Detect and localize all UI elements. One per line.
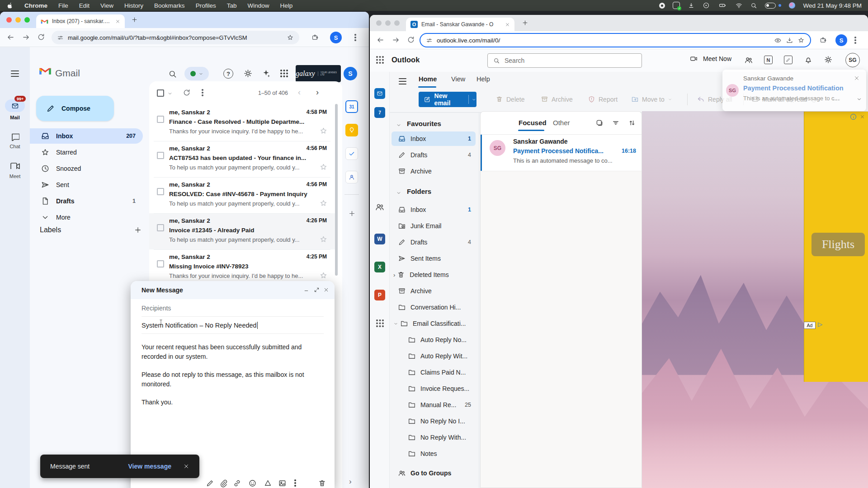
word-app-icon[interactable]: W xyxy=(374,234,385,244)
screen-record-icon[interactable] xyxy=(659,3,665,9)
ribbon-overflow-chevron-icon[interactable] xyxy=(856,96,862,102)
insert-link-icon[interactable] xyxy=(233,479,241,488)
zoom-window-button[interactable] xyxy=(24,17,30,23)
close-icon[interactable] xyxy=(323,287,329,293)
settings-gear-icon[interactable] xyxy=(824,55,833,64)
notification-close-icon[interactable] xyxy=(854,75,860,81)
row-checkbox[interactable] xyxy=(157,116,164,123)
browser-menu-icon[interactable] xyxy=(354,34,356,36)
adchoices-icon[interactable]: ▷ xyxy=(818,321,822,328)
help-icon[interactable]: ? xyxy=(223,69,233,79)
new-tab-icon[interactable] xyxy=(522,19,528,26)
download-status-icon[interactable] xyxy=(688,2,695,9)
star-toggle-icon[interactable] xyxy=(319,127,328,135)
play-circle-icon[interactable] xyxy=(703,2,710,9)
back-icon[interactable] xyxy=(6,33,15,42)
folder-no-reply-with[interactable]: No Reply With... xyxy=(392,430,476,445)
sidebar-item-sent[interactable]: Sent xyxy=(30,177,143,192)
reload-icon[interactable] xyxy=(407,36,415,44)
meet-icon[interactable] xyxy=(10,161,20,169)
tab-view[interactable]: View xyxy=(451,75,465,83)
teams-icon[interactable] xyxy=(744,56,753,65)
pop-out-icon[interactable] xyxy=(314,287,320,293)
chat-icon[interactable] xyxy=(10,132,19,141)
tab-other[interactable]: Other xyxy=(553,119,570,127)
select-messages-icon[interactable] xyxy=(595,119,604,127)
tab-close-icon[interactable] xyxy=(505,22,510,27)
move-to-button[interactable]: Move to xyxy=(631,95,672,103)
extensions-icon[interactable] xyxy=(819,36,827,44)
sidebar-item-snoozed[interactable]: Snoozed xyxy=(30,161,143,176)
folder-junk[interactable]: Junk Email xyxy=(392,219,476,233)
tab-close-icon[interactable] xyxy=(115,19,120,24)
sidebar-item-starred[interactable]: Starred xyxy=(30,145,143,160)
sidebar-item-more[interactable]: More xyxy=(30,210,143,225)
side-panel-toggle-icon[interactable]: › xyxy=(349,477,352,486)
email-row[interactable]: me, Sanskar 2 4:25 PM Missing Invoice #I… xyxy=(149,249,335,286)
browser-profile-avatar[interactable]: S xyxy=(330,32,342,43)
calendar-app-icon[interactable]: 31 xyxy=(345,100,358,113)
folder-auto-reply-no[interactable]: Auto Reply No... xyxy=(392,333,476,347)
star-toggle-icon[interactable] xyxy=(319,235,328,244)
browser-tab[interactable]: O Email - Sanskar Gawande - O xyxy=(406,18,514,31)
fav-inbox[interactable]: Inbox 1 xyxy=(392,131,476,146)
discard-draft-icon[interactable] xyxy=(318,479,326,488)
folder-archive[interactable]: Archive xyxy=(392,284,476,298)
folder-no-reply-no[interactable]: No Reply No I... xyxy=(392,414,476,428)
menubar-item-file[interactable]: File xyxy=(58,2,68,9)
outlook-account-avatar[interactable]: SG xyxy=(845,53,860,67)
compose-body[interactable]: Your recent request has been successfull… xyxy=(142,343,324,407)
row-checkbox[interactable] xyxy=(157,188,164,195)
extensions-icon[interactable] xyxy=(311,33,319,41)
row-checkbox[interactable] xyxy=(157,260,164,267)
gemini-sparkle-icon[interactable] xyxy=(261,69,271,78)
get-addons-icon[interactable] xyxy=(348,210,356,217)
view-message-link[interactable]: View message xyxy=(128,463,171,470)
sidebar-item-inbox[interactable]: Inbox 207 xyxy=(30,128,143,144)
formatting-pen-icon[interactable] xyxy=(206,479,214,488)
browser-menu-icon[interactable] xyxy=(854,37,856,38)
new-tab-icon[interactable] xyxy=(131,16,138,23)
compose-button[interactable]: Compose xyxy=(36,96,114,121)
star-toggle-icon[interactable] xyxy=(319,199,328,207)
search-icon[interactable] xyxy=(168,70,177,79)
minimize-window-button[interactable] xyxy=(385,20,391,26)
row-checkbox[interactable] xyxy=(157,224,164,231)
folder-sent[interactable]: Sent Items xyxy=(392,251,476,266)
minimize-icon[interactable] xyxy=(303,288,309,294)
sort-icon[interactable] xyxy=(628,119,636,127)
folder-pane-toggle-icon[interactable] xyxy=(399,78,406,79)
new-mail-notification-toast[interactable]: SG Sanskar Gawande Payment Processed Not… xyxy=(722,70,866,111)
reading-mode-eye-icon[interactable] xyxy=(774,37,782,44)
mail-module-icon[interactable] xyxy=(374,88,385,99)
site-settings-icon[interactable] xyxy=(426,37,433,44)
menubar-item-bookmarks[interactable]: Bookmarks xyxy=(154,2,185,9)
email-row[interactable]: me, Sanskar 2 4:58 PM Finance - Case Res… xyxy=(149,105,335,141)
close-window-button[interactable] xyxy=(376,20,382,26)
address-bar[interactable]: outlook.live.com/mail/0/ xyxy=(420,33,811,47)
status-check-icon[interactable] xyxy=(673,2,680,9)
todo-icon[interactable] xyxy=(784,56,793,64)
folder-drafts[interactable]: Drafts 4 xyxy=(392,235,476,249)
favourites-header[interactable]: Favourites xyxy=(407,120,441,127)
forward-icon[interactable] xyxy=(392,36,400,44)
tasks-app-icon[interactable] xyxy=(345,147,358,160)
back-icon[interactable] xyxy=(376,36,385,44)
menubar-item-window[interactable]: Window xyxy=(247,2,269,9)
report-button[interactable]: Report xyxy=(588,95,618,103)
outlook-logo-text[interactable]: Outlook xyxy=(392,56,420,64)
menubar-item-edit[interactable]: Edit xyxy=(79,2,90,9)
status-selector[interactable] xyxy=(184,67,209,80)
folder-auto-reply-with[interactable]: Auto Reply Wit... xyxy=(392,349,476,363)
folders-header[interactable]: Folders xyxy=(407,188,431,195)
tab-home[interactable]: Home xyxy=(419,75,437,83)
browser-tab[interactable]: Inbox (207) - sanskar.gawan xyxy=(36,14,125,28)
collapse-chevron-icon[interactable] xyxy=(393,321,398,326)
recipients-field[interactable]: Recipients xyxy=(142,305,171,312)
folder-email-classification[interactable]: Email Classificati... xyxy=(392,316,476,331)
email-row[interactable]: me, Sanskar 2 4:56 PM RESOLVED: Case #IN… xyxy=(149,177,335,213)
menubar-item-history[interactable]: History xyxy=(124,2,143,9)
list-more-icon[interactable] xyxy=(202,89,203,91)
more-apps-grid-icon[interactable] xyxy=(376,319,378,321)
bookmark-star-icon[interactable] xyxy=(287,34,294,41)
